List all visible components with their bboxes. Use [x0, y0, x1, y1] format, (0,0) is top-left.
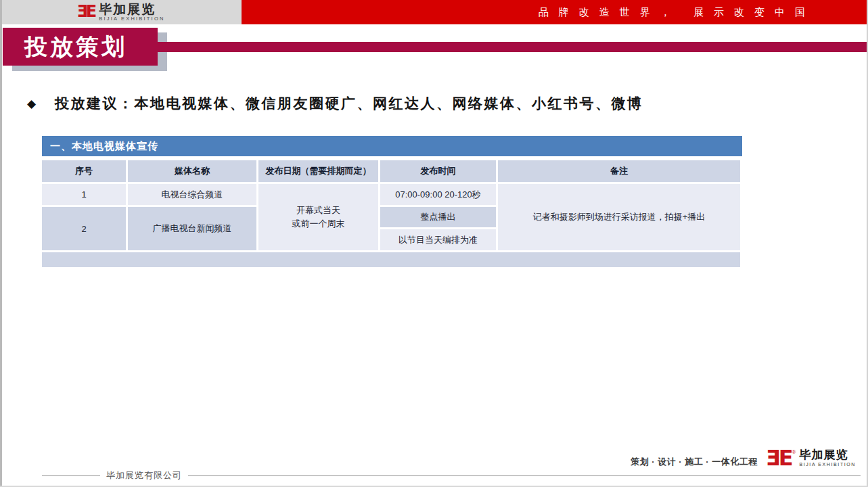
cell-media-1: 电视台综合频道 [128, 184, 256, 205]
brand-name-cn: 毕加展览 [799, 449, 856, 462]
brand-lockup-top: ƎE 毕加展览 BIJIA EXHIBITION [76, 3, 164, 22]
col-header-date: 发布日期（需要排期而定） [258, 160, 378, 182]
slogan-bar: 品牌改造世界， 展示改变中国 [242, 0, 868, 24]
brand-name-cn: 毕加展览 [99, 3, 164, 16]
suggestion-line: ◆ 投放建议：本地电视媒体、微信朋友圈硬广、网红达人、网络媒体、小红书号、微博 [27, 94, 643, 113]
col-header-note: 备注 [498, 160, 740, 182]
table-header-row: 序号 媒体名称 发布日期（需要排期而定） 发布时间 备注 [42, 160, 740, 182]
col-header-no: 序号 [42, 160, 126, 182]
diamond-bullet-icon: ◆ [27, 97, 36, 111]
company-name: 毕加展览有限公司 [100, 469, 188, 482]
cell-date-merged: 开幕式当天 或前一个周末 [258, 184, 378, 250]
slogan-text: 品牌改造世界， 展示改变中国 [539, 6, 815, 19]
cell-time-1: 07:00-09:00 20-120秒 [380, 184, 496, 205]
table-title: 一、本地电视媒体宣传 [42, 136, 742, 156]
top-brand-header: ƎE 毕加展览 BIJIA EXHIBITION [0, 0, 242, 24]
footer-rule: 毕加展览有限公司 [42, 470, 861, 481]
slide-left-edge [0, 0, 2, 487]
brand-name-en: BIJIA EXHIBITION [799, 462, 856, 467]
col-header-media: 媒体名称 [128, 160, 256, 182]
col-header-time: 发布时间 [380, 160, 496, 182]
cell-no-2: 2 [42, 207, 126, 250]
cell-media-2: 广播电视台新闻频道 [128, 207, 256, 250]
suggestion-text: 投放建议：本地电视媒体、微信朋友圈硬广、网红达人、网络媒体、小红书号、微博 [55, 94, 643, 113]
registered-mark: ® [792, 449, 796, 455]
footer-rule-right [188, 476, 861, 476]
table-bottom-row [42, 252, 740, 267]
bijia-logo-icon: ƎE [766, 448, 792, 468]
media-table: 序号 媒体名称 发布日期（需要排期而定） 发布时间 备注 1 电视台综合频道 开… [40, 158, 742, 269]
cell-no-1: 1 [42, 184, 126, 205]
cell-time-2b: 以节目当天编排为准 [380, 229, 496, 250]
crimson-rule [152, 42, 868, 52]
brand-lockup-footer: ƎE ® 毕加展览 BIJIA EXHIBITION [766, 448, 856, 468]
footer-brand-block: 策划 · 设计 · 施工 · 一体化工程 ƎE ® 毕加展览 BIJIA EXH… [631, 448, 856, 468]
bijia-logo-icon: ƎE [76, 5, 95, 20]
page-title: 投放策划 [3, 28, 158, 66]
cell-empty-bottom [42, 252, 740, 267]
table-row: 1 电视台综合频道 开幕式当天 或前一个周末 07:00-09:00 20-12… [42, 184, 740, 205]
services-text: 策划 · 设计 · 施工 · 一体化工程 [631, 456, 758, 468]
cell-note-merged: 记者和摄影师到场进行采访报道，拍摄+播出 [498, 184, 740, 250]
slide: ƎE 毕加展览 BIJIA EXHIBITION 品牌改造世界， 展示改变中国 … [0, 0, 868, 487]
cell-time-2a: 整点播出 [380, 207, 496, 227]
brand-name-en: BIJIA EXHIBITION [99, 16, 164, 22]
footer-rule-left [42, 476, 100, 476]
